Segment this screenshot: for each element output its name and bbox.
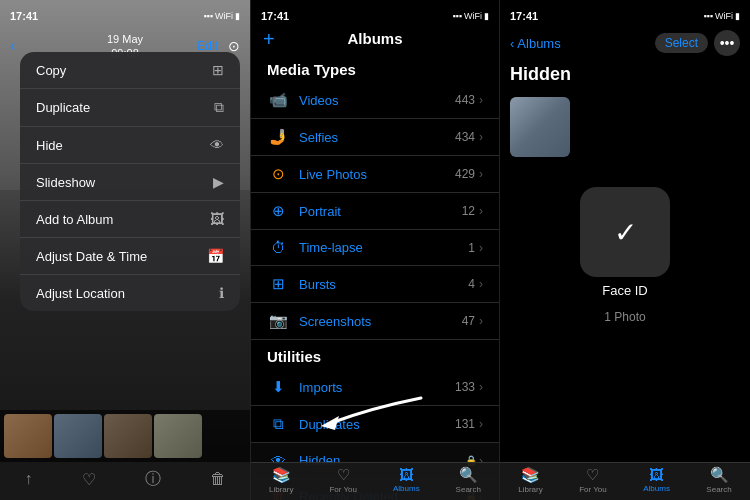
title-row-2: + Albums <box>251 28 499 53</box>
menu-slideshow[interactable]: Slideshow ▶ <box>20 164 240 201</box>
add-album-button[interactable]: + <box>263 29 275 49</box>
chevron-icon-4: › <box>479 204 483 218</box>
menu-copy[interactable]: Copy ⊞ <box>20 52 240 89</box>
wifi-icon-2: WiFi <box>464 11 482 21</box>
album-row-selfies[interactable]: 🤳 Selfies 434 › <box>251 119 499 156</box>
select-button[interactable]: Select <box>655 33 708 53</box>
search-icon-3: 🔍 <box>710 466 729 484</box>
menu-hide[interactable]: Hide 👁 <box>20 127 240 164</box>
album-row-bursts[interactable]: ⊞ Bursts 4 › <box>251 266 499 303</box>
panel-hidden: 17:41 ▪▪▪ WiFi ▮ ‹ Albums Select ••• Hid… <box>500 0 750 500</box>
wifi-icon-3: WiFi <box>715 11 733 21</box>
status-icons-1: ▪▪▪ WiFi ▮ <box>203 11 240 21</box>
album-row-live-photos[interactable]: ⊙ Live Photos 429 › <box>251 156 499 193</box>
thumb-3[interactable] <box>104 414 152 458</box>
menu-adjust-date[interactable]: Adjust Date & Time 📅 <box>20 238 240 275</box>
photo-count: 1 Photo <box>500 304 750 330</box>
album-row-duplicates[interactable]: ⧉ Duplicates 131 › <box>251 406 499 443</box>
screenshots-icon: 📷 <box>267 312 289 330</box>
status-icons-3: ▪▪▪ WiFi ▮ <box>703 11 740 21</box>
tab-library-3[interactable]: 📚 Library <box>518 466 542 494</box>
date-icon: 📅 <box>207 248 224 264</box>
signal-icon: ▪▪▪ <box>203 11 213 21</box>
slideshow-icon: ▶ <box>213 174 224 190</box>
menu-duplicate[interactable]: Duplicate ⧉ <box>20 89 240 127</box>
back-button-3[interactable]: ‹ Albums <box>510 36 561 51</box>
chevron-icon-8: › <box>479 380 483 394</box>
like-button[interactable]: ♡ <box>82 470 96 489</box>
add-album-icon: 🖼 <box>210 211 224 227</box>
tab-bar-2: 📚 Library ♡ For You 🖼 Albums 🔍 Search <box>251 462 499 500</box>
context-menu: Copy ⊞ Duplicate ⧉ Hide 👁 Slideshow ▶ Ad… <box>20 52 240 311</box>
info-icon: ℹ <box>219 285 224 301</box>
dots-icon: ••• <box>720 35 735 51</box>
tab-albums-2[interactable]: 🖼 Albums <box>393 466 420 493</box>
status-bar-3: 17:41 ▪▪▪ WiFi ▮ <box>500 0 750 28</box>
media-types-header: Media Types <box>251 53 499 82</box>
nav-row-3: ‹ Albums Select ••• <box>500 28 750 62</box>
back-chevron-icon: ‹ <box>510 36 514 51</box>
back-button-1[interactable]: ‹ <box>10 37 15 55</box>
hide-icon: 👁 <box>210 137 224 153</box>
album-row-screenshots[interactable]: 📷 Screenshots 47 › <box>251 303 499 340</box>
more-button-3[interactable]: ••• <box>714 30 740 56</box>
albums-icon-2: 🖼 <box>399 466 414 483</box>
imports-icon: ⬇ <box>267 378 289 396</box>
delete-button[interactable]: 🗑 <box>210 470 226 488</box>
signal-icon-3: ▪▪▪ <box>703 11 713 21</box>
time-2: 17:41 <box>261 10 289 22</box>
videos-icon: 📹 <box>267 91 289 109</box>
albums-icon-3: 🖼 <box>649 466 664 483</box>
tab-albums-3[interactable]: 🖼 Albums <box>643 466 670 493</box>
duplicates-icon: ⧉ <box>267 415 289 433</box>
thumb-4[interactable] <box>154 414 202 458</box>
chevron-icon-2: › <box>479 130 483 144</box>
hidden-thumb-1[interactable] <box>510 97 570 157</box>
album-row-portrait[interactable]: ⊕ Portrait 12 › <box>251 193 499 230</box>
library-icon-3: 📚 <box>521 466 540 484</box>
utilities-header: Utilities <box>251 340 499 369</box>
tab-foryou-3[interactable]: ♡ For You <box>579 466 607 494</box>
tab-search-3[interactable]: 🔍 Search <box>706 466 731 494</box>
checkmark-icon: ✓ <box>614 216 637 249</box>
menu-add-album[interactable]: Add to Album 🖼 <box>20 201 240 238</box>
bursts-icon: ⊞ <box>267 275 289 293</box>
album-row-timelapse[interactable]: ⏱ Time-lapse 1 › <box>251 230 499 266</box>
time-3: 17:41 <box>510 10 538 22</box>
thumb-2[interactable] <box>54 414 102 458</box>
chevron-icon-5: › <box>479 241 483 255</box>
thumb-1[interactable] <box>4 414 52 458</box>
panel-photo-detail: 17:41 ▪▪▪ WiFi ▮ ‹ 19 May 09:08 Edit ⊙ C… <box>0 0 250 500</box>
faceid-overlay: ✓ Face ID <box>510 187 740 298</box>
live-photos-icon: ⊙ <box>267 165 289 183</box>
search-icon-2: 🔍 <box>459 466 478 484</box>
copy-icon: ⊞ <box>212 62 224 78</box>
selfies-icon: 🤳 <box>267 128 289 146</box>
wifi-icon: WiFi <box>215 11 233 21</box>
menu-adjust-location[interactable]: Adjust Location ℹ <box>20 275 240 311</box>
faceid-label: Face ID <box>602 283 648 298</box>
chevron-icon-9: › <box>479 417 483 431</box>
library-icon-2: 📚 <box>272 466 291 484</box>
portrait-icon: ⊕ <box>267 202 289 220</box>
info-button[interactable]: ⓘ <box>145 469 161 490</box>
duplicate-icon: ⧉ <box>214 99 224 116</box>
chevron-icon-3: › <box>479 167 483 181</box>
panel-albums: 17:41 ▪▪▪ WiFi ▮ + Albums Media Types 📹 … <box>250 0 500 500</box>
tab-library-2[interactable]: 📚 Library <box>269 466 293 494</box>
status-icons-2: ▪▪▪ WiFi ▮ <box>452 11 489 21</box>
tab-search-2[interactable]: 🔍 Search <box>456 466 481 494</box>
album-row-imports[interactable]: ⬇ Imports 133 › <box>251 369 499 406</box>
battery-icon-3: ▮ <box>735 11 740 21</box>
battery-icon-2: ▮ <box>484 11 489 21</box>
toolbar-1: ↑ ♡ ⓘ 🗑 <box>0 462 250 500</box>
time-1: 17:41 <box>10 10 38 22</box>
battery-icon: ▮ <box>235 11 240 21</box>
status-bar-1: 17:41 ▪▪▪ WiFi ▮ <box>0 0 250 28</box>
timelapse-icon: ⏱ <box>267 239 289 256</box>
album-row-videos[interactable]: 📹 Videos 443 › <box>251 82 499 119</box>
hidden-title: Hidden <box>500 62 750 91</box>
tab-foryou-2[interactable]: ♡ For You <box>329 466 357 494</box>
share-button[interactable]: ↑ <box>25 470 33 488</box>
faceid-box: ✓ <box>580 187 670 277</box>
